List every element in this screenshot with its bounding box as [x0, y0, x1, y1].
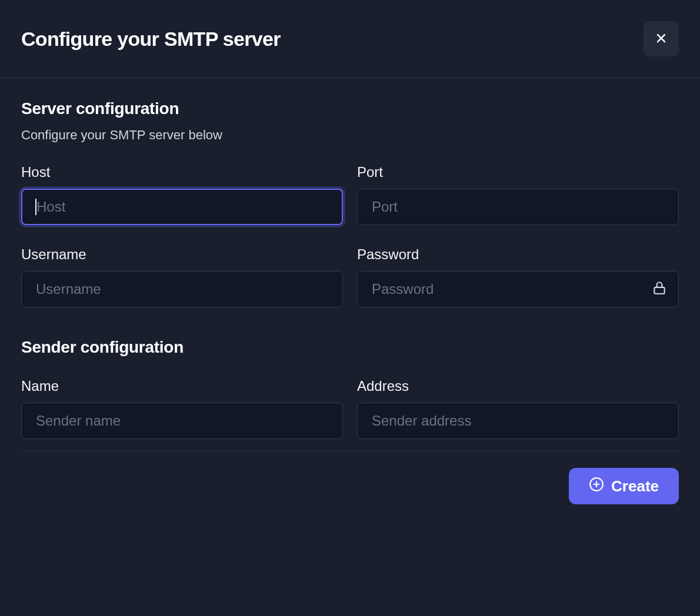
- close-icon: [654, 31, 668, 47]
- username-label: Username: [21, 246, 343, 263]
- host-input-wrapper: [21, 189, 343, 225]
- close-button[interactable]: [644, 21, 679, 56]
- username-field: Username: [21, 246, 343, 307]
- sender-address-field: Address: [357, 378, 679, 439]
- modal-body: Server configuration Configure your SMTP…: [0, 78, 700, 525]
- password-label: Password: [357, 246, 679, 263]
- port-input[interactable]: [357, 189, 679, 225]
- port-field: Port: [357, 164, 679, 225]
- modal-footer: Create: [21, 451, 679, 504]
- port-label: Port: [357, 164, 679, 180]
- create-button-label: Create: [611, 477, 659, 496]
- create-button[interactable]: Create: [569, 468, 679, 504]
- host-label: Host: [21, 164, 343, 180]
- form-row: Username Password: [21, 246, 679, 307]
- modal-title: Configure your SMTP server: [21, 28, 281, 51]
- sender-name-input[interactable]: [21, 403, 343, 439]
- sender-name-label: Name: [21, 378, 343, 394]
- modal-header: Configure your SMTP server: [0, 0, 700, 78]
- server-config-subtitle: Configure your SMTP server below: [21, 128, 679, 143]
- password-input[interactable]: [357, 271, 679, 307]
- host-input[interactable]: [21, 189, 343, 225]
- server-config-title: Server configuration: [21, 99, 679, 118]
- server-config-section: Server configuration Configure your SMTP…: [21, 99, 679, 307]
- form-row: Host Port: [21, 164, 679, 225]
- smtp-config-modal: Configure your SMTP server Server config…: [0, 0, 700, 616]
- password-field: Password: [357, 246, 679, 307]
- sender-address-label: Address: [357, 378, 679, 394]
- sender-config-title: Sender configuration: [21, 338, 679, 357]
- sender-address-input[interactable]: [357, 403, 679, 439]
- username-input[interactable]: [21, 271, 343, 307]
- sender-name-field: Name: [21, 378, 343, 439]
- host-field: Host: [21, 164, 343, 225]
- password-input-wrapper: [357, 271, 679, 307]
- plus-circle-icon: [589, 477, 604, 496]
- sender-config-section: Sender configuration Name Address: [21, 338, 679, 439]
- form-row: Name Address: [21, 378, 679, 439]
